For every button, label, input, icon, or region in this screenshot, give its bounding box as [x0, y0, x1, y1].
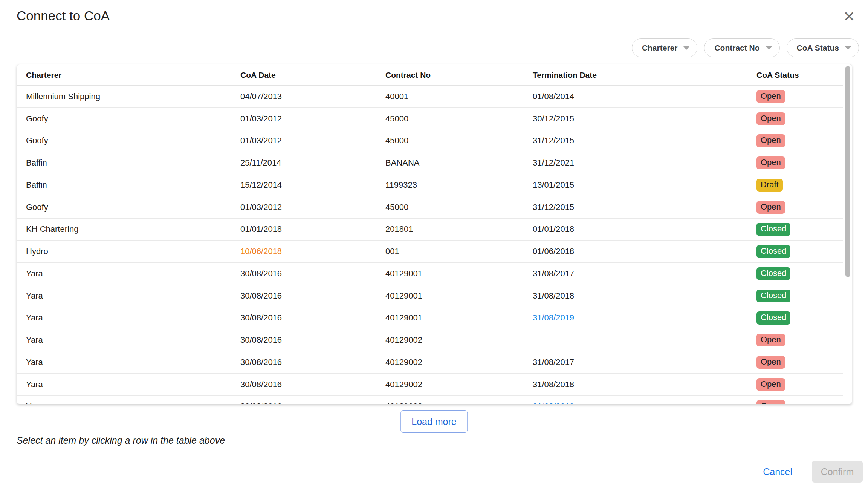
status-badge: Open	[756, 356, 785, 369]
cell-contract-no: 201801	[385, 224, 413, 234]
cell-termination-date[interactable]: 31/08/2019	[533, 402, 574, 404]
status-badge: Open	[756, 112, 785, 125]
cell-charterer: Goofy	[26, 114, 48, 124]
status-badge: Open	[756, 201, 785, 214]
status-badge: Open	[756, 334, 785, 346]
close-icon: ✕	[843, 9, 855, 24]
cell-coa-date: 30/08/2016	[240, 357, 282, 367]
status-badge: Closed	[756, 223, 790, 236]
column-header-contract-no: Contract No	[385, 71, 431, 80]
cell-coa-date: 30/08/2016	[240, 335, 282, 345]
selection-hint: Select an item by clicking a row in the …	[17, 435, 225, 446]
cell-termination-date: 31/08/2017	[533, 269, 574, 279]
column-header-coa-date: CoA Date	[240, 71, 276, 80]
chevron-down-icon	[845, 46, 851, 50]
cell-coa-date: 01/03/2012	[240, 202, 282, 212]
cell-charterer: Yara	[26, 335, 43, 345]
table-header-row: Charterer CoA Date Contract No Terminati…	[17, 64, 843, 86]
table-row[interactable]: Yara 30/08/2016 40129001 31/08/2019 Clos…	[17, 307, 843, 330]
cell-charterer: Goofy	[26, 202, 48, 212]
cancel-button[interactable]: Cancel	[759, 464, 796, 480]
cell-termination-date: 31/08/2018	[533, 291, 574, 301]
table-body: Millennium Shipping 04/07/2013 40001 01/…	[17, 86, 852, 404]
cell-coa-date: 30/08/2016	[240, 313, 282, 323]
cell-contract-no: 40129002	[385, 335, 422, 345]
table-row[interactable]: Yara 30/08/2016 40129001 31/08/2017 Clos…	[17, 263, 843, 285]
table-row[interactable]: Millennium Shipping 04/07/2013 40001 01/…	[17, 86, 843, 108]
cell-charterer: Hydro	[26, 247, 48, 256]
status-badge: Closed	[756, 245, 790, 258]
table-row[interactable]: Yara 30/08/2016 40129002 31/08/2017 Open	[17, 351, 843, 374]
cell-coa-date: 15/12/2014	[240, 180, 282, 190]
footer-actions: Cancel Confirm	[759, 461, 863, 483]
cell-termination-date: 31/08/2018	[533, 380, 574, 389]
filter-bar: Charterer Contract No CoA Status	[632, 38, 859, 57]
cell-termination-date: 31/12/2021	[533, 158, 574, 168]
table-row[interactable]: Goofy 01/03/2012 45000 31/12/2015 Open	[17, 196, 843, 219]
table-scrollbar-track[interactable]	[843, 64, 852, 404]
table-row[interactable]: Goofy 01/03/2012 45000 30/12/2015 Open	[17, 108, 843, 130]
filter-charterer-label: Charterer	[642, 43, 678, 52]
status-badge: Open	[756, 134, 785, 147]
status-badge: Closed	[756, 267, 790, 280]
cell-contract-no: 40129001	[385, 291, 422, 301]
column-header-coa-status: CoA Status	[756, 71, 799, 80]
cell-coa-date: 10/06/2018	[240, 247, 282, 256]
close-button[interactable]: ✕	[839, 7, 859, 26]
status-badge: Closed	[756, 290, 790, 302]
chevron-down-icon	[766, 46, 772, 50]
cell-charterer: Yara	[26, 380, 43, 389]
table-row[interactable]: Yara 30/08/2016 40129002 31/08/2019 Open	[17, 396, 843, 405]
table-row[interactable]: Yara 30/08/2016 40129002 31/08/2018 Open	[17, 374, 843, 396]
cell-charterer: Goofy	[26, 136, 48, 146]
status-badge: Open	[756, 90, 785, 103]
table-row[interactable]: Baffin 15/12/2014 1199323 13/01/2015 Dra…	[17, 174, 843, 196]
cell-charterer: Yara	[26, 313, 43, 323]
cell-termination-date: 30/12/2015	[533, 114, 574, 124]
cell-termination-date: 01/01/2018	[533, 224, 574, 234]
cell-contract-no: 1199323	[385, 180, 417, 190]
table-row[interactable]: Goofy 01/03/2012 45000 31/12/2015 Open	[17, 130, 843, 152]
cell-termination-date: 01/08/2014	[533, 92, 574, 101]
cell-contract-no: 45000	[385, 202, 408, 212]
status-badge: Open	[756, 156, 785, 169]
cell-coa-date: 01/03/2012	[240, 136, 282, 146]
table-row[interactable]: Baffin 25/11/2014 BANANA 31/12/2021 Open	[17, 152, 843, 174]
filter-charterer[interactable]: Charterer	[632, 38, 698, 57]
filter-contract-no[interactable]: Contract No	[704, 38, 779, 57]
cell-termination-date: 31/12/2015	[533, 202, 574, 212]
cell-termination-date: 01/06/2018	[533, 247, 574, 256]
cell-contract-no: BANANA	[385, 158, 419, 168]
table-row[interactable]: Yara 30/08/2016 40129002 Open	[17, 329, 843, 351]
modal-title: Connect to CoA	[17, 8, 110, 23]
confirm-button[interactable]: Confirm	[812, 461, 863, 483]
cell-coa-date: 01/01/2018	[240, 224, 282, 234]
table-row[interactable]: Hydro 10/06/2018 001 01/06/2018 Closed	[17, 241, 843, 263]
cell-contract-no: 40129001	[385, 269, 422, 279]
table-scrollbar-thumb[interactable]	[845, 66, 850, 277]
filter-coa-status[interactable]: CoA Status	[787, 38, 859, 57]
status-badge: Open	[756, 400, 785, 404]
cell-coa-date: 01/03/2012	[240, 114, 282, 124]
table-row[interactable]: KH Chartering 01/01/2018 201801 01/01/20…	[17, 219, 843, 241]
column-header-termination-date: Termination Date	[533, 71, 597, 80]
cell-coa-date: 04/07/2013	[240, 92, 282, 101]
cell-charterer: Yara	[26, 291, 43, 301]
cell-contract-no: 40129001	[385, 313, 422, 323]
status-badge: Draft	[756, 179, 783, 192]
cell-charterer: Baffin	[26, 180, 47, 190]
table-row[interactable]: Yara 30/08/2016 40129001 31/08/2018 Clos…	[17, 285, 843, 307]
cell-charterer: Yara	[26, 357, 43, 367]
cell-charterer: Yara	[26, 269, 43, 279]
cell-coa-date: 30/08/2016	[240, 402, 282, 404]
cell-contract-no: 45000	[385, 136, 408, 146]
load-more-button[interactable]: Load more	[400, 410, 468, 433]
cell-termination-date: 31/12/2015	[533, 136, 574, 146]
cell-contract-no: 40129002	[385, 402, 422, 404]
cell-termination-date[interactable]: 31/08/2019	[533, 313, 574, 323]
status-badge: Open	[756, 378, 785, 391]
filter-coa-status-label: CoA Status	[797, 43, 839, 52]
cell-coa-date: 25/11/2014	[240, 158, 281, 168]
cell-contract-no: 45000	[385, 114, 408, 124]
cell-contract-no: 40129002	[385, 357, 422, 367]
